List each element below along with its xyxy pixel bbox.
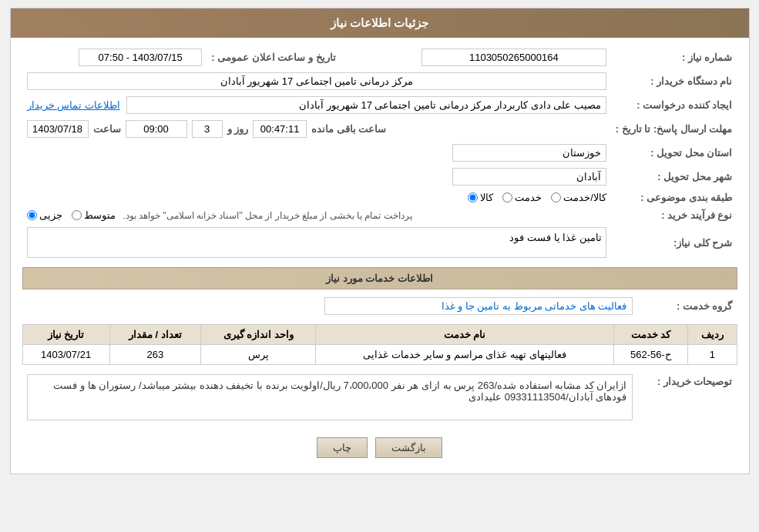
need-number-label: شماره نیاز : [611,45,737,69]
page-title: جزئیات اطلاعات نیاز [331,16,428,29]
creator-label: ایجاد کننده درخواست : [611,93,737,117]
table-row: شماره نیاز : 1103050265000164 تاریخ و سا… [22,45,737,69]
creator-value: مصیب علی دادی کاربردار مرکز درمانی تامین… [126,96,606,114]
buyer-desc-table: توصیحات خریدار : ازایران کد مشابه استفاد… [22,371,737,423]
cell-service_name: فعالیتهای تهیه غذای مراسم و سایر خدمات غ… [316,345,613,365]
city-label: شهر محل تحویل : [611,165,737,189]
cell-row_num: 1 [688,345,737,365]
category-kala-khadamat-radio[interactable] [551,192,561,202]
category-kala-radio[interactable] [468,192,478,202]
purchase-type-label: نوع فرآیند خرید : [611,206,737,224]
remaining-label: ساعت باقی مانده [311,123,386,135]
need-desc-label: شرح کلی نیاز: [611,224,737,261]
time-label: ساعت [93,123,121,135]
publish-date-value: 1403/07/15 - 07:50 [79,49,202,66]
province-label: استان محل تحویل : [611,141,737,165]
category-khadamat-radio[interactable] [502,192,512,202]
cell-quantity: 263 [109,345,200,365]
buyer-label: نام دستگاه خریدار : [611,69,737,93]
buyer-value: مرکز درمانی تامین اجتماعی 17 شهریور آباد… [27,72,606,90]
category-label: طبقه بندی موضوعی : [611,189,737,206]
deadline-label: مهلت ارسال پاسخ: تا تاریخ : [611,117,737,141]
col-service-name: نام خدمت [316,325,613,345]
city-value: آبادان [452,168,606,186]
category-kala-label: کالا [480,192,493,203]
services-table: ردیف کد خدمت نام خدمت واحد اندازه گیری ت… [22,324,737,365]
province-value: خوزستان [452,144,606,162]
service-group-label: گروه خدمت : [637,294,737,318]
table-row: استان محل تحویل : خوزستان [22,141,737,165]
deadline-date: 1403/07/18 [27,120,89,138]
content-area: شماره نیاز : 1103050265000164 تاریخ و سا… [11,38,749,473]
need-desc-value: تامین غذا یا فست فود [27,227,606,258]
need-number-value: 1103050265000164 [421,49,606,66]
category-kala-khadamat-label: کالا/خدمت [563,192,606,203]
buyer-desc-value: ازایران کد مشابه استفاده شده/263 پرس به … [27,374,633,420]
col-service-code: کد خدمت [613,325,687,345]
purchase-motavaset-option[interactable]: متوسط [72,209,116,221]
page-header: جزئیات اطلاعات نیاز [11,8,749,38]
buyer-desc-label: توصیحات خریدار : [637,371,737,423]
contact-link[interactable]: اطلاعات تماس خریدار [27,99,120,111]
table-header-row: ردیف کد خدمت نام خدمت واحد اندازه گیری ت… [22,325,737,345]
category-khadamat-label: خدمت [515,192,542,203]
cell-unit: پرس [201,345,316,365]
category-kala-khadamat-option[interactable]: کالا/خدمت [551,192,606,203]
services-header: اطلاعات خدمات مورد نیاز [22,267,737,289]
table-row: مهلت ارسال پاسخ: تا تاریخ : 1403/07/18 س… [22,117,737,141]
table-row: شهر محل تحویل : آبادان [22,165,737,189]
days-label: روز و [227,123,249,135]
col-row-num: ردیف [688,325,737,345]
purchase-jozi-radio[interactable] [27,210,37,220]
col-quantity: تعداد / مقدار [109,325,200,345]
cell-date: 1403/07/21 [22,345,109,365]
service-group-value: فعالیت های خدماتی مربوط به تامین جا و غذ… [324,297,633,315]
print-button[interactable]: چاپ [317,437,368,458]
purchase-jozi-option[interactable]: جزیی [27,209,62,221]
table-row: نام دستگاه خریدار : مرکز درمانی تامین اج… [22,69,737,93]
table-row: نوع فرآیند خرید : متوسط جزیی [22,206,737,224]
table-row: ایجاد کننده درخواست : اطلاعات تماس خریدا… [22,93,737,117]
purchase-motavaset-radio[interactable] [72,210,82,220]
col-date: تاریخ نیاز [22,325,109,345]
col-unit: واحد اندازه گیری [201,325,316,345]
deadline-time: 09:00 [126,120,187,138]
deadline-remaining: 00:47:11 [253,120,307,138]
purchase-note: پرداخت تمام یا بخشی از مبلغ خریدار از مح… [123,210,412,221]
purchase-motavaset-label: متوسط [84,209,116,221]
table-row: طبقه بندی موضوعی : کالا/خدمت خدمت کالا [22,189,737,206]
table-row: 1ح-56-562فعالیتهای تهیه غذای مراسم و سای… [22,345,737,365]
cell-service_code: ح-56-562 [613,345,687,365]
purchase-jozi-label: جزیی [39,209,62,221]
info-table: شماره نیاز : 1103050265000164 تاریخ و سا… [22,45,737,261]
category-radio-group: کالا/خدمت خدمت کالا [27,192,606,203]
category-kala-option[interactable]: کالا [468,192,493,203]
table-row: شرح کلی نیاز: تامین غذا یا فست فود [22,224,737,261]
service-group-table: گروه خدمت : فعالیت های خدماتی مربوط به ت… [22,294,737,318]
purchase-radio-group: متوسط جزیی [27,209,116,221]
deadline-days: 3 [192,120,223,138]
table-row: گروه خدمت : فعالیت های خدماتی مربوط به ت… [22,294,737,318]
category-khadamat-option[interactable]: خدمت [502,192,542,203]
main-container: جزئیات اطلاعات نیاز شماره نیاز : 1103050… [10,8,750,474]
table-row: توصیحات خریدار : ازایران کد مشابه استفاد… [22,371,737,423]
button-row: بازگشت چاپ [22,430,737,466]
back-button[interactable]: بازگشت [375,437,442,458]
publish-date-label: تاریخ و ساعت اعلان عمومی : [207,45,340,69]
